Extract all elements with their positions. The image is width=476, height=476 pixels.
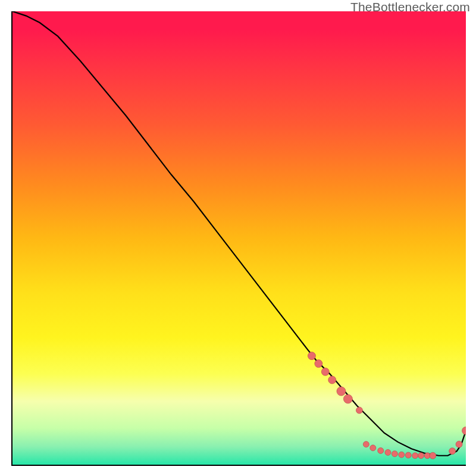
data-point [378,447,384,453]
data-point [456,441,462,447]
data-point [363,441,369,447]
data-point [370,445,376,451]
data-markers [308,352,466,459]
data-point [321,368,329,375]
data-point [337,387,346,396]
data-point [392,451,397,457]
data-point [356,407,362,414]
bottleneck-curve [12,11,466,456]
curve-layer [12,11,466,465]
data-point [418,453,424,459]
data-point [308,352,315,360]
data-point [385,449,391,455]
plot-area [11,11,466,466]
data-point [462,427,466,434]
data-point [405,452,411,458]
data-point [315,360,322,368]
watermark-text: TheBottlenecker.com [350,0,470,14]
data-point [399,452,405,458]
data-point [412,453,418,459]
chart-container: TheBottlenecker.com [0,0,476,476]
data-point [430,452,436,459]
data-point [449,448,456,455]
data-point [343,394,352,403]
data-point [328,376,336,384]
